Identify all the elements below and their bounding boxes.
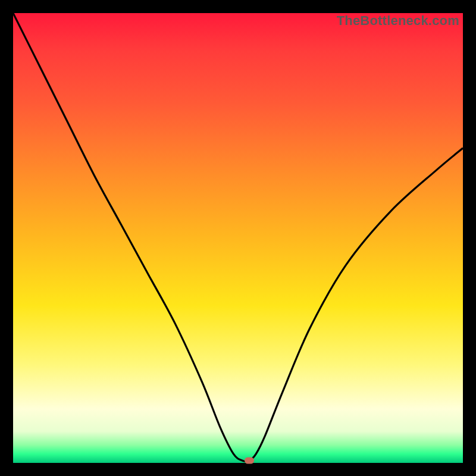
plot-area: TheBottleneck.com — [13, 13, 463, 463]
watermark-label: TheBottleneck.com — [337, 13, 459, 29]
curve-path — [13, 13, 463, 462]
chart-frame: TheBottleneck.com — [0, 0, 476, 476]
bottleneck-curve — [13, 13, 463, 463]
minimum-marker — [245, 458, 254, 464]
